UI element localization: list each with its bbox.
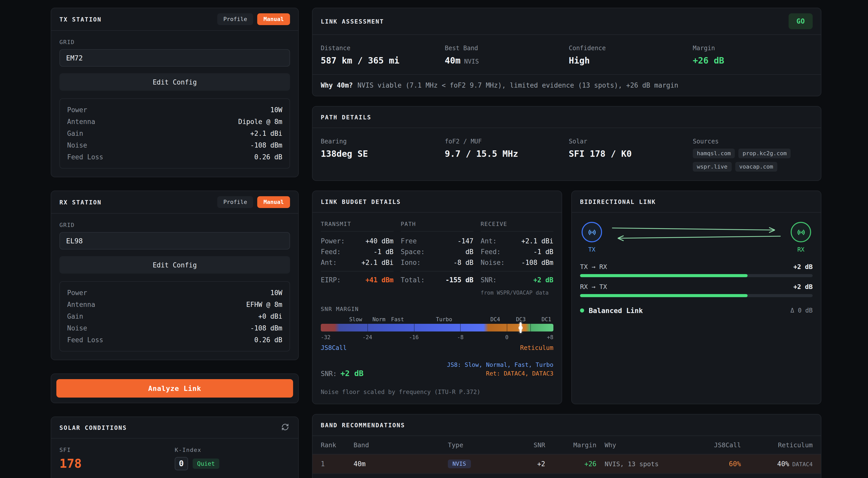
eirp-row: EIRP:+41 dBm — [321, 271, 394, 285]
tx-spec-list: Power 10W Antenna Dipole @ 8m Gain +2.1 … — [59, 98, 290, 168]
go-button[interactable]: GO — [789, 13, 813, 29]
snr-marker[interactable] — [520, 322, 522, 333]
ret-modes: DATAC4, DATAC3 — [504, 370, 553, 377]
why-label: Why 40m? — [321, 82, 353, 89]
spec-row: Antenna EFHW @ 8m — [67, 299, 282, 311]
tx-manual-button[interactable]: Manual — [257, 13, 290, 25]
receive-note: from WSPR/VOACAP data — [480, 289, 553, 296]
why-text: NVIS viable (7.1 MHz < foF2 9.7 MHz), li… — [358, 82, 678, 89]
snr-margin-label: SNR MARGIN — [321, 306, 553, 313]
best-band-value: 40mNVIS — [445, 55, 565, 66]
solar-header: SOLAR CONDITIONS — [51, 417, 298, 439]
budget-row: Power:+40 dBm — [321, 236, 394, 247]
snr-total-row: SNR:+2 dB — [480, 271, 553, 285]
receive-column: RECEIVE Ant:+2.1 dBi Feed:-1 dB Noise:-1… — [480, 221, 553, 296]
tx-station-header: TX STATION Profile Manual — [51, 8, 298, 31]
right-column: LINK ASSESSMENT GO Distance 587 km / 365… — [312, 8, 822, 478]
mode-label: DC4 — [490, 316, 500, 322]
budget-row: Ant:+2.1 dBi — [480, 236, 553, 247]
status-text: Balanced Link — [589, 306, 643, 315]
cell-type: NVIS — [448, 459, 501, 468]
k-status-badge: Quiet — [192, 458, 219, 469]
rx-manual-button[interactable]: Manual — [257, 196, 290, 208]
tx-node-label: TX — [588, 246, 595, 253]
budget-value: -1 dB — [374, 247, 394, 257]
best-band-stat: Best Band 40mNVIS — [445, 44, 565, 66]
band-value: 40m — [445, 55, 460, 66]
confidence-stat: Confidence High — [569, 44, 689, 66]
link-label: TX → RX — [580, 263, 607, 270]
cell-margin: +26 — [545, 460, 596, 468]
link-budget-title: LINK BUDGET DETAILS — [321, 198, 401, 205]
eirp-value: +41 dBm — [365, 275, 394, 285]
spec-value: EFHW @ 8m — [246, 299, 282, 311]
rx-node: RX — [789, 222, 813, 253]
band-table-header: Rank Band Type SNR Margin Why JS8Call Re… — [313, 436, 821, 454]
col-reticulum: Reticulum — [741, 441, 813, 449]
spec-label: Antenna — [67, 116, 95, 128]
scale-label: -16 — [409, 334, 418, 340]
sfi-stat: SFI 178 — [59, 447, 175, 471]
source-badge: prop.kc2g.com — [738, 149, 790, 158]
band-suffix: NVIS — [464, 58, 479, 65]
band-row-1[interactable]: 1 40m NVIS +2 +26 NVIS, 13 spots 60% 40%… — [313, 454, 821, 474]
mode-label: Turbo — [436, 316, 452, 322]
spec-value: +2.1 dBi — [250, 128, 282, 139]
snr-scale: -32 -24 -16 -8 0 +8 — [321, 334, 553, 341]
bearing-stat: Bearing 138deg SE — [321, 138, 441, 172]
tx-edit-config-button[interactable]: Edit Config — [59, 73, 290, 91]
band-row-2[interactable]: 2 40m NVIS -19 +5 NVIS, model predicts g… — [313, 474, 821, 478]
path-total-value: -155 dB — [445, 275, 473, 285]
cell-reticulum: 40%DATAC4 — [741, 460, 813, 468]
solar-stat: Solar SFI 178 / K0 — [569, 138, 689, 172]
spec-row: Feed Loss 0.26 dB — [67, 334, 282, 346]
distance-value: 587 km / 365 mi — [321, 55, 441, 66]
col-snr: SNR — [501, 441, 545, 449]
tx-grid-input[interactable] — [59, 49, 290, 67]
stat-label: Solar — [569, 138, 689, 145]
transmit-column: TRANSMIT Power:+40 dBm Feed:-1 dB Ant:+2… — [321, 221, 394, 285]
solar-conditions-card: SOLAR CONDITIONS SFI 178 K-Index — [51, 416, 299, 478]
budget-footnote: Noise floor scaled by frequency (ITU-R P… — [321, 388, 553, 395]
rx-profile-button[interactable]: Profile — [217, 196, 253, 208]
path-details-stats: Bearing 138deg SE foF2 / MUF 9.7 / 15.5 … — [313, 128, 821, 180]
budget-row: Iono:-8 dB — [401, 257, 473, 268]
link-status-row: Balanced Link Δ 0 dB — [580, 306, 813, 315]
analyze-link-button[interactable]: Analyze Link — [56, 379, 293, 397]
spec-value: 10W — [270, 104, 282, 116]
budget-value: -108 dBm — [521, 257, 553, 268]
budget-value: +2.1 dBi — [362, 257, 394, 268]
scale-label: -24 — [363, 334, 372, 340]
rx-grid-input[interactable] — [59, 232, 290, 250]
sources-stat: Sources hamqsl.com prop.kc2g.com wspr.li… — [693, 138, 813, 172]
spec-value: -108 dBm — [250, 139, 282, 151]
stat-label: Distance — [321, 44, 441, 52]
bidirectional-header: BIDIRECTIONAL LINK — [572, 191, 821, 213]
spec-label: Gain — [67, 128, 83, 139]
budget-label: Feed: — [321, 247, 341, 257]
rx-edit-config-button[interactable]: Edit Config — [59, 256, 290, 274]
bearing-value: 138deg SE — [321, 149, 441, 159]
snr-mode-labels: Slow Norm Fast Turbo DC4 DC3 DC1 — [321, 316, 553, 324]
refresh-button[interactable] — [280, 422, 290, 433]
solar-body: SFI 178 K-Index 0 Quiet — [51, 439, 298, 478]
js8call-label: JS8Call — [321, 344, 347, 351]
budget-label: Iono: — [401, 257, 421, 268]
margin-value: +26 dB — [693, 55, 813, 66]
scale-label: +8 — [547, 334, 553, 340]
snr-tick — [367, 324, 368, 331]
solar-title: SOLAR CONDITIONS — [59, 424, 127, 431]
path-details-header: PATH DETAILS — [313, 106, 821, 128]
fof2-muf-stat: foF2 / MUF 9.7 / 15.5 MHz — [445, 138, 565, 172]
source-badges: hamqsl.com prop.kc2g.com wspr.live voaca… — [693, 149, 811, 172]
stat-label: Confidence — [569, 44, 689, 52]
ret-pct: 40% — [777, 460, 789, 468]
tx-profile-button[interactable]: Profile — [217, 13, 253, 25]
path-details-card: PATH DETAILS Bearing 138deg SE foF2 / MU… — [312, 106, 822, 181]
spec-value: 0.26 dB — [254, 151, 282, 163]
why-row: Why 40m?NVIS viable (7.1 MHz < foF2 9.7 … — [313, 74, 821, 96]
source-badge: wspr.live — [693, 162, 732, 172]
spec-row: Feed Loss 0.26 dB — [67, 151, 282, 163]
spec-label: Antenna — [67, 299, 95, 311]
spec-label: Feed Loss — [67, 334, 103, 346]
